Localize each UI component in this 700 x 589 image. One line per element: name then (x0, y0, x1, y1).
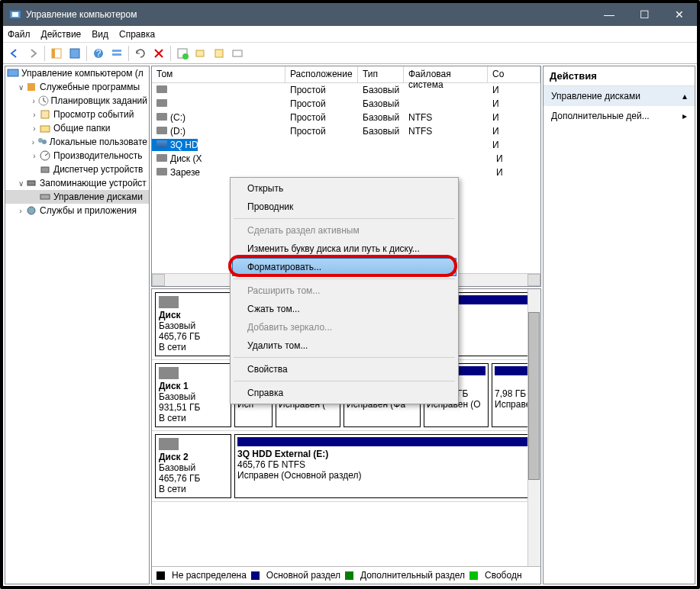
disk-label-0[interactable]: Диск Базовый 465,76 ГБ В сети (155, 292, 231, 356)
collapse-icon[interactable]: ∨ (16, 83, 25, 92)
volume-row-selected[interactable]: 3Q HDD И (152, 138, 540, 152)
properties-button[interactable] (66, 45, 83, 62)
clock-icon (38, 95, 49, 107)
tree-services-apps[interactable]: › Службы и приложения (5, 204, 149, 217)
legend: Не распределена Основной раздел Дополнит… (152, 566, 540, 584)
tree-label: Диспетчер устройств (53, 164, 143, 175)
titlebar[interactable]: Управление компьютером — ☐ ✕ (3, 3, 697, 26)
close-button[interactable]: ✕ (662, 3, 697, 26)
menu-separator (234, 381, 455, 381)
volume-row[interactable]: (C:) Простой Базовый NTFS И (152, 111, 540, 124)
computer-icon (7, 67, 19, 79)
cm-delete[interactable]: Удалить том... (232, 336, 456, 355)
menu-action[interactable]: Действие (41, 29, 82, 40)
app-icon (9, 8, 21, 21)
cm-explorer[interactable]: Проводник (232, 198, 456, 216)
col-layout[interactable]: Расположение (285, 66, 358, 82)
create-vol-button[interactable] (174, 45, 191, 62)
expand-icon[interactable]: › (30, 111, 39, 119)
menu-file[interactable]: Файл (8, 29, 31, 40)
help-button[interactable]: ? (90, 45, 107, 62)
tree-system-tools[interactable]: ∨ Служебные программы (5, 80, 149, 94)
actions-header: Действия (544, 66, 695, 86)
window-title: Управление компьютером (26, 9, 592, 20)
volume-row[interactable]: Простой Базовый И (152, 97, 540, 111)
cm-change-letter[interactable]: Изменить букву диска или путь к диску... (232, 240, 456, 258)
scroll-left-button[interactable] (152, 274, 165, 286)
toolbar: ? (3, 43, 697, 64)
col-fs[interactable]: Файловая система (404, 66, 488, 82)
col-type[interactable]: Тип (358, 66, 404, 82)
expand-icon[interactable]: › (30, 138, 37, 146)
scroll-thumb[interactable] (528, 312, 540, 480)
volume-row[interactable]: (D:) Простой Базовый NTFS И (152, 124, 540, 138)
tree-local-users[interactable]: › Локальные пользовате (5, 135, 149, 149)
cm-shrink[interactable]: Сжать том... (232, 300, 456, 318)
tree-task-scheduler[interactable]: › Планировщик заданий (5, 94, 149, 108)
scroll-right-button[interactable] (527, 274, 540, 286)
disk-label-1[interactable]: Диск 1 Базовый 931,51 ГБ В сети (155, 363, 231, 427)
tree-label: Службы и приложения (40, 205, 137, 216)
legend-unallocated-icon (156, 571, 165, 580)
collapse-icon[interactable]: ∨ (16, 179, 25, 188)
disk-label-2[interactable]: Диск 2 Базовый 465,76 ГБ В сети (155, 434, 231, 498)
show-hide-button[interactable] (48, 45, 65, 62)
col-status[interactable]: Со (488, 66, 540, 82)
tree-root[interactable]: Управление компьютером (л (5, 66, 149, 80)
tree-disk-management[interactable]: Управление дисками (5, 190, 149, 204)
menu-view[interactable]: Вид (92, 29, 108, 40)
cm-format[interactable]: Форматировать... (232, 258, 456, 276)
legend-free-icon (469, 571, 478, 580)
refresh-button[interactable] (132, 45, 149, 62)
tree-storage[interactable]: ∨ Запоминающие устройст (5, 176, 149, 190)
cm-open[interactable]: Открыть (232, 179, 456, 198)
legend-primary-icon (251, 571, 260, 580)
disk-device-icon (159, 438, 179, 450)
context-menu: Открыть Проводник Сделать раздел активны… (230, 177, 459, 404)
tree-event-viewer[interactable]: › Просмотр событий (5, 108, 149, 121)
device-icon (39, 163, 51, 175)
volume-row[interactable]: Диск (X И (152, 152, 540, 166)
vertical-scrollbar[interactable] (527, 289, 540, 568)
svg-rect-22 (41, 167, 49, 172)
attach-button[interactable] (211, 45, 227, 62)
performance-icon (39, 150, 51, 162)
svg-rect-8 (112, 53, 121, 56)
chevron-right-icon: ▸ (682, 111, 687, 121)
settings-button[interactable] (229, 45, 246, 62)
col-volume[interactable]: Том (152, 66, 285, 82)
volume-rows: Простой Базовый И Простой Базовый И (C:) (152, 83, 540, 179)
menubar: Файл Действие Вид Справка (3, 26, 697, 43)
expand-icon[interactable]: › (16, 207, 25, 215)
legend-extended-icon (345, 571, 353, 580)
view-button[interactable] (108, 45, 125, 62)
wizard-button[interactable] (192, 45, 209, 62)
minimize-button[interactable]: — (592, 3, 627, 26)
legend-unallocated: Не распределена (172, 570, 247, 581)
expand-icon[interactable]: › (30, 124, 39, 133)
actions-disk-mgmt[interactable]: Управление дисками ▴ (544, 86, 695, 106)
svg-rect-18 (40, 126, 50, 132)
legend-extended: Дополнительный раздел (360, 570, 465, 581)
actions-more[interactable]: Дополнительные дей... ▸ (544, 106, 695, 126)
tree-label: Служебные программы (40, 82, 140, 92)
expand-icon[interactable]: › (30, 97, 38, 105)
back-button[interactable] (6, 45, 23, 62)
expand-icon[interactable]: › (30, 152, 39, 160)
tree-device-manager[interactable]: Диспетчер устройств (5, 163, 149, 176)
tree-shared-folders[interactable]: › Общие папки (5, 121, 149, 135)
tree-performance[interactable]: › Производительность (5, 149, 149, 163)
forward-button[interactable] (24, 45, 41, 62)
delete-button[interactable] (150, 45, 167, 62)
svg-rect-7 (112, 50, 121, 52)
partition-selected[interactable]: 3Q HDD External (E:) 465,76 ГБ NTFS Испр… (234, 434, 537, 498)
tree-label: Управление дисками (53, 192, 143, 202)
maximize-button[interactable]: ☐ (627, 3, 662, 26)
volume-icon (156, 127, 167, 134)
cm-properties[interactable]: Свойства (232, 360, 456, 378)
menu-help[interactable]: Справка (119, 29, 155, 40)
svg-rect-23 (27, 181, 35, 185)
volume-row[interactable]: Простой Базовый И (152, 83, 540, 97)
cm-help[interactable]: Справка (232, 384, 456, 402)
volume-icon (156, 168, 167, 175)
